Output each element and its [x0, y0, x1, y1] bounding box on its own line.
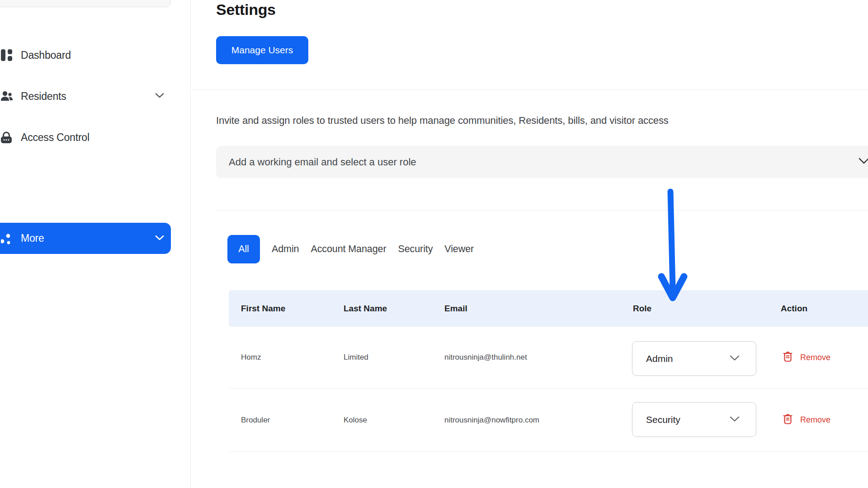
sidebar-item-access-control[interactable]: Access Control	[0, 127, 171, 148]
role-filter-tabs: All Admin Account Manager Security Viewe…	[227, 235, 474, 263]
cell-email: nitrousninja@nowfitpro.com	[444, 389, 539, 451]
sidebar-top-box[interactable]	[0, 0, 171, 7]
column-header-role: Role	[633, 290, 651, 327]
cell-first-name: Homz	[241, 327, 261, 388]
chevron-down-icon	[730, 355, 740, 363]
remove-button[interactable]: Remove	[782, 389, 830, 451]
tab-all[interactable]: All	[227, 235, 260, 263]
residents-icon	[1, 90, 13, 103]
lock-icon	[1, 131, 13, 144]
chevron-down-icon[interactable]	[858, 157, 868, 167]
role-select[interactable]: Admin	[632, 341, 756, 376]
sidebar-item-label: Access Control	[21, 131, 90, 144]
section-divider	[216, 210, 868, 211]
remove-button-label: Remove	[800, 353, 830, 362]
cell-last-name: Kolose	[344, 389, 367, 451]
sidebar-item-more[interactable]: More	[0, 223, 171, 254]
sidebar-item-label: More	[21, 232, 44, 244]
section-divider	[191, 89, 868, 90]
chevron-down-icon	[155, 92, 165, 100]
app-window: Dashboard Residents	[0, 0, 868, 488]
sidebar-item-residents[interactable]: Residents	[0, 85, 171, 107]
chevron-down-icon	[155, 235, 165, 243]
cell-first-name: Broduler	[241, 389, 270, 451]
column-header-action: Action	[781, 290, 807, 327]
role-select-value: Admin	[646, 353, 673, 364]
sidebar-item-label: Dashboard	[21, 49, 71, 61]
more-dots-icon	[1, 232, 13, 245]
column-header-last-name: Last Name	[344, 290, 387, 327]
column-header-first-name: First Name	[241, 290, 285, 327]
manage-users-button[interactable]: Manage Users	[216, 36, 308, 64]
remove-button-label: Remove	[800, 415, 830, 425]
remove-button[interactable]: Remove	[782, 327, 830, 388]
sidebar-item-dashboard[interactable]: Dashboard	[0, 44, 171, 66]
sidebar-item-label: Residents	[21, 90, 66, 103]
pointer-arrow-annotation	[654, 188, 689, 302]
table-header-row: First Name Last Name Email Role Action	[229, 290, 868, 327]
tab-admin[interactable]: Admin	[272, 244, 299, 255]
table-row: Homz Limited nitrousninja@thulinh.net Ad…	[229, 327, 868, 389]
trash-icon	[782, 351, 794, 365]
tab-security[interactable]: Security	[398, 244, 433, 255]
trash-icon	[782, 413, 794, 427]
invite-email-input[interactable]	[216, 146, 868, 178]
page-title: Settings	[216, 1, 276, 19]
tab-account-manager[interactable]: Account Manager	[311, 244, 386, 255]
table-row: Broduler Kolose nitrousninja@nowfitpro.c…	[229, 389, 868, 452]
invite-email-select[interactable]	[216, 146, 868, 178]
tab-viewer[interactable]: Viewer	[444, 244, 474, 255]
role-select-value: Security	[646, 414, 680, 425]
chevron-down-icon	[730, 416, 740, 424]
role-select[interactable]: Security	[632, 402, 756, 437]
column-header-email: Email	[444, 290, 467, 327]
cell-last-name: Limited	[344, 327, 368, 388]
sidebar: Dashboard Residents	[0, 0, 191, 488]
cell-email: nitrousninja@thulinh.net	[444, 327, 527, 388]
invite-description: Invite and assign roles to trusted users…	[216, 115, 669, 127]
dashboard-icon	[1, 49, 13, 61]
